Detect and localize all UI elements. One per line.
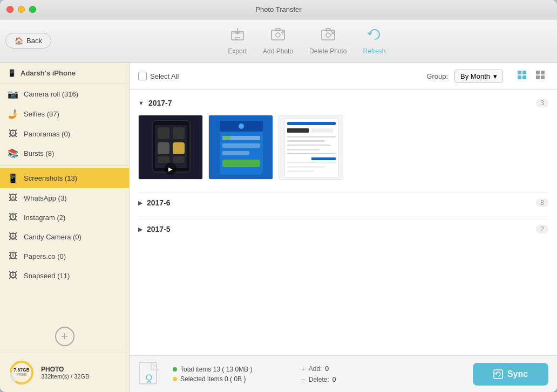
group-header-2017-5[interactable]: ▶ 2017-5 2 <box>138 219 548 237</box>
svg-rect-38 <box>287 122 336 125</box>
sidebar-item-bursts[interactable]: 📚 Bursts (8) <box>0 143 129 163</box>
plus-icon: + <box>61 329 68 343</box>
select-all-control[interactable]: Select All <box>138 72 179 80</box>
sidebar-item-camera-roll[interactable]: 📷 Camera roll (316) <box>0 84 129 104</box>
total-items-label: Total items 13 ( 13.0MB ) <box>180 366 252 373</box>
sidebar: 📱 Adarsh's iPhone 📷 Camera roll (316) 🤳 … <box>0 63 130 392</box>
expand-arrow-2017-6: ▶ <box>138 200 142 207</box>
storage-unit: FREE <box>13 373 29 377</box>
storage-circle: 7.87GB FREE <box>8 359 36 387</box>
svg-rect-7 <box>326 29 330 31</box>
toolbar: 🏠 Back Export <box>0 19 557 63</box>
svg-rect-22 <box>173 127 185 139</box>
panoramas-label: Panoramas (0) <box>24 130 70 138</box>
photo-grid-2017-7: ▶ <box>138 111 548 184</box>
svg-rect-17 <box>541 75 545 79</box>
group-count-2017-7: 3 <box>536 99 548 107</box>
sidebar-device-name: Adarsh's iPhone <box>21 69 76 77</box>
svg-rect-37 <box>284 118 338 177</box>
list-view-toggle[interactable] <box>532 68 548 84</box>
refresh-label: Refresh <box>363 47 386 55</box>
maximize-button[interactable] <box>29 6 36 13</box>
delete-photo-action[interactable]: Delete Photo <box>309 27 347 55</box>
photo-thumb-1[interactable]: ▶ <box>138 115 203 180</box>
add-value: 0 <box>325 365 329 373</box>
sidebar-item-snapseed[interactable]: 🖼 Snapseed (11) <box>0 266 129 285</box>
screenshots-label: Screenshots (13) <box>24 174 77 182</box>
view-toggles <box>514 68 548 84</box>
toolbar-actions: Export Add Photo <box>62 27 552 55</box>
snapseed-label: Snapseed (11) <box>24 272 70 280</box>
svg-rect-42 <box>287 140 325 142</box>
back-button[interactable]: 🏠 Back <box>5 33 51 49</box>
export-action[interactable]: Export <box>228 27 247 55</box>
main-area: 📱 Adarsh's iPhone 📷 Camera roll (316) 🤳 … <box>0 63 557 392</box>
main-window: Photo Transfer 🏠 Back Export <box>0 0 557 392</box>
close-button[interactable] <box>6 6 13 13</box>
grid-view-toggle[interactable] <box>514 68 530 84</box>
camera-roll-icon: 📷 <box>8 89 18 99</box>
delete-photo-label: Delete Photo <box>309 47 347 55</box>
svg-rect-45 <box>287 153 336 154</box>
sidebar-item-selfies[interactable]: 🤳 Selfies (87) <box>0 104 129 124</box>
back-label: Back <box>26 37 42 45</box>
sidebar-divider <box>0 166 129 166</box>
add-album-button[interactable]: + <box>55 327 74 346</box>
svg-rect-32 <box>222 143 260 148</box>
svg-rect-15 <box>541 71 545 74</box>
photo-thumb-3[interactable] <box>278 115 343 180</box>
sidebar-item-papers-co[interactable]: 🖼 Papers.co (0) <box>0 246 129 266</box>
svg-rect-10 <box>518 71 521 74</box>
photo-label: PHOTO <box>41 366 89 373</box>
home-icon: 🏠 <box>15 37 23 45</box>
sidebar-footer: 7.87GB FREE PHOTO 332item(s) / 32GB <box>0 353 129 392</box>
chevron-down-icon: ▾ <box>493 72 497 80</box>
iphone-icon: 📱 <box>8 69 16 77</box>
sidebar-item-screenshots[interactable]: 📱 Screenshots (13) <box>0 168 129 188</box>
add-photo-label: Add Photo <box>263 47 293 55</box>
play-icon: ▶ <box>168 166 173 172</box>
svg-rect-44 <box>287 149 320 150</box>
whatsapp-icon: 🖼 <box>8 193 18 203</box>
selected-items-status: Selected items 0 ( 0B ) <box>173 375 293 383</box>
svg-rect-23 <box>158 142 169 154</box>
minus-action-icon: − <box>301 375 305 384</box>
add-label: Add: <box>309 365 322 373</box>
select-all-checkbox[interactable] <box>138 72 147 80</box>
refresh-action[interactable]: Refresh <box>363 27 386 55</box>
group-header-2017-6[interactable]: ▶ 2017-6 8 <box>138 192 548 210</box>
snapseed-icon: 🖼 <box>8 271 18 280</box>
minimize-button[interactable] <box>18 6 25 13</box>
svg-rect-48 <box>287 166 325 168</box>
group-count-2017-6: 8 <box>536 198 548 207</box>
bursts-label: Bursts (8) <box>24 149 54 157</box>
expand-arrow-2017-5: ▶ <box>138 226 142 233</box>
papers-co-icon: 🖼 <box>8 251 18 261</box>
sidebar-item-candy-camera[interactable]: 🖼 Candy Camera (0) <box>0 227 129 246</box>
svg-rect-16 <box>536 75 540 79</box>
svg-rect-47 <box>287 162 336 163</box>
svg-rect-43 <box>287 145 330 146</box>
photo-group-2017-7: ▼ 2017-7 3 <box>138 95 548 184</box>
plus-action-icon: + <box>301 365 305 373</box>
sidebar-item-panoramas[interactable]: 🖼 Panoramas (0) <box>0 124 129 143</box>
bursts-icon: 📚 <box>8 148 18 159</box>
delete-value: 0 <box>332 376 336 383</box>
status-items: Total items 13 ( 13.0MB ) Selected items… <box>173 366 293 383</box>
camera-roll-label: Camera roll (316) <box>24 90 78 98</box>
sync-button[interactable]: Sync <box>473 363 548 386</box>
export-label: Export <box>228 47 247 55</box>
selfies-label: Selfies (87) <box>24 110 59 118</box>
add-photo-action[interactable]: Add Photo <box>263 27 293 55</box>
sidebar-item-instagram[interactable]: 🖼 Instagram (2) <box>0 208 129 227</box>
group-header-2017-7[interactable]: ▼ 2017-7 3 <box>138 95 548 111</box>
papers-co-label: Papers.co (0) <box>24 252 66 260</box>
sidebar-item-whatsapp[interactable]: 🖼 WhatsApp (3) <box>0 188 129 208</box>
candy-camera-icon: 🖼 <box>8 232 18 242</box>
photo-thumb-2[interactable] <box>208 115 273 180</box>
window-controls <box>6 6 36 13</box>
sync-label: Sync <box>507 369 528 379</box>
delete-label: Delete: <box>309 376 329 383</box>
group-select-dropdown[interactable]: By Month ▾ <box>454 70 503 83</box>
selfies-icon: 🤳 <box>8 109 18 119</box>
